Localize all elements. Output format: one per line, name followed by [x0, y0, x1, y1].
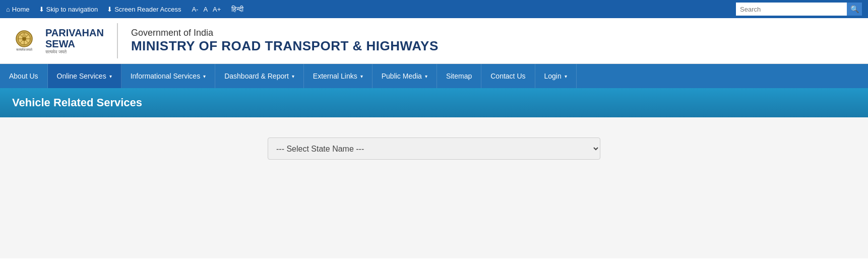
gov-label: Government of India [131, 28, 439, 38]
home-label: Home [12, 6, 30, 13]
nav-item-about-us[interactable]: About Us [0, 64, 48, 88]
font-small-button[interactable]: A- [190, 6, 200, 13]
font-size-controls: A- A A+ [190, 6, 222, 13]
state-select-dropdown[interactable]: --- Select State Name ---Andhra PradeshA… [268, 137, 600, 160]
informational-services-dropdown-icon: ▾ [203, 74, 206, 79]
nav-sitemap-label: Sitemap [446, 72, 472, 80]
search-container: 🔍 [736, 3, 862, 16]
tagline-label: सत्यमेव जयते [45, 49, 104, 55]
login-dropdown-icon: ▾ [565, 74, 567, 79]
font-normal-button[interactable]: A [202, 6, 209, 13]
main-content: --- Select State Name ---Andhra PradeshA… [0, 117, 868, 258]
hindi-link[interactable]: हिन्दी [231, 5, 243, 14]
section-title: Vehicle Related Services [12, 96, 856, 109]
logo-text: PARIVAHAN SEWA सत्यमेव जयते [45, 27, 104, 55]
top-bar-left: ⌂ Home ⬇ Skip to navigation ⬇ Screen Rea… [6, 5, 247, 14]
site-header: सत्यमेव जयते PARIVAHAN SEWA सत्यमेव जयते… [0, 18, 868, 64]
nav-item-contact-us[interactable]: Contact Us [481, 64, 535, 88]
external-links-dropdown-icon: ▾ [360, 74, 363, 79]
nav-contact-us-label: Contact Us [490, 72, 525, 80]
skip-nav-label: Skip to navigation [46, 6, 98, 13]
nav-external-links-label: External Links [313, 72, 357, 80]
navigation-bar: About Us Online Services ▾ Informational… [0, 64, 868, 88]
online-services-dropdown-icon: ▾ [109, 74, 112, 79]
nav-item-dashboard-report[interactable]: Dashboard & Report ▾ [215, 64, 304, 88]
header-divider [117, 23, 118, 58]
sewa-label: SEWA [45, 38, 104, 49]
nav-item-public-media[interactable]: Public Media ▾ [373, 64, 437, 88]
search-button[interactable]: 🔍 [847, 3, 862, 16]
dashboard-report-dropdown-icon: ▾ [292, 74, 294, 79]
nav-online-services-label: Online Services [57, 72, 106, 80]
nav-public-media-label: Public Media [382, 72, 422, 80]
home-link[interactable]: ⌂ Home [6, 6, 30, 13]
nav-informational-services-label: Informational Services [131, 72, 201, 80]
skip-nav-arrow-icon: ⬇ [39, 6, 44, 13]
parivahan-label: PARIVAHAN [45, 27, 104, 38]
top-bar-right: 🔍 [736, 3, 862, 16]
ministry-label: MINISTRY OF ROAD TRANSPORT & HIGHWAYS [131, 38, 439, 54]
screen-reader-link[interactable]: ⬇ Screen Reader Access [107, 6, 181, 13]
nav-item-informational-services[interactable]: Informational Services ▾ [121, 64, 216, 88]
nav-item-external-links[interactable]: External Links ▾ [304, 64, 373, 88]
nav-item-sitemap[interactable]: Sitemap [437, 64, 481, 88]
nav-dashboard-report-label: Dashboard & Report [224, 72, 289, 80]
font-large-button[interactable]: A+ [211, 6, 222, 13]
home-icon: ⌂ [6, 6, 10, 13]
emblem-icon: सत्यमेव जयते [8, 25, 40, 57]
nav-item-online-services[interactable]: Online Services ▾ [48, 64, 121, 88]
nav-item-login[interactable]: Login ▾ [535, 64, 577, 88]
svg-point-7 [22, 34, 27, 37]
svg-text:सत्यमेव जयते: सत्यमेव जयते [16, 47, 33, 51]
section-title-bar: Vehicle Related Services [0, 88, 868, 117]
ministry-text: Government of India MINISTRY OF ROAD TRA… [131, 28, 439, 54]
screen-reader-label: Screen Reader Access [114, 6, 181, 13]
logo-area: सत्यमेव जयते PARIVAHAN SEWA सत्यमेव जयते… [8, 23, 439, 58]
nav-about-us-label: About Us [9, 72, 38, 80]
skip-to-navigation-link[interactable]: ⬇ Skip to navigation [39, 6, 98, 13]
screen-reader-arrow-icon: ⬇ [107, 6, 112, 13]
top-bar: ⌂ Home ⬇ Skip to navigation ⬇ Screen Rea… [0, 0, 868, 18]
nav-login-label: Login [544, 72, 562, 80]
public-media-dropdown-icon: ▾ [425, 74, 427, 79]
search-input[interactable] [736, 3, 847, 16]
